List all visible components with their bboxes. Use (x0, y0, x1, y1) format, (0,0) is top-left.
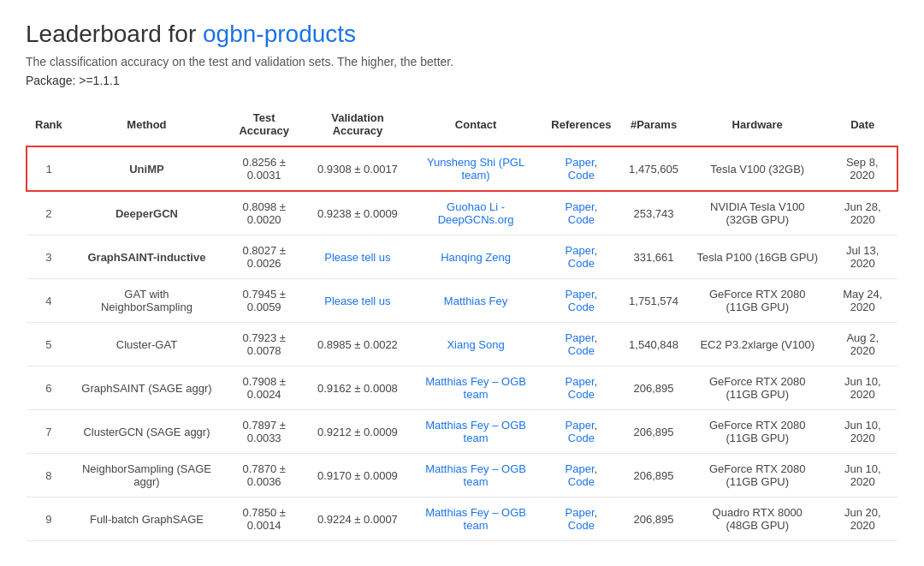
paper-link[interactable]: Paper (566, 288, 595, 301)
validation-accuracy-cell: 0.9238 ± 0.0009 (305, 191, 409, 235)
references-cell: Paper, Code (542, 279, 621, 323)
params-cell: 206,895 (620, 366, 687, 410)
col-method: Method (71, 103, 222, 146)
please-tell-us-link[interactable]: Please tell us (324, 295, 390, 307)
rank-cell: 3 (27, 235, 71, 279)
method-cell: GAT with NeighborSampling (71, 279, 222, 323)
table-row: 7ClusterGCN (SAGE aggr)0.7897 ± 0.00330.… (27, 410, 897, 454)
contact-cell: Matthias Fey – OGB team (410, 366, 542, 410)
table-row: 9Full-batch GraphSAGE0.7850 ± 0.00140.92… (27, 497, 897, 541)
date-cell: Jun 10, 2020 (828, 366, 898, 410)
paper-link[interactable]: Paper (566, 244, 595, 257)
hardware-cell: Quadro RTX 8000 (48GB GPU) (687, 497, 828, 541)
hardware-cell: EC2 P3.2xlarge (V100) (687, 323, 828, 366)
code-link[interactable]: Code (568, 475, 595, 488)
col-validation-accuracy: Validation Accuracy (305, 103, 409, 146)
validation-accuracy-cell: Please tell us (305, 235, 409, 279)
contact-link[interactable]: Hanqing Zeng (441, 251, 511, 264)
contact-link[interactable]: Yunsheng Shi (PGL team) (427, 156, 524, 182)
paper-link[interactable]: Paper (566, 200, 595, 213)
col-references: References (542, 103, 621, 146)
code-link[interactable]: Code (568, 432, 595, 444)
code-link[interactable]: Code (568, 344, 595, 357)
rank-cell: 6 (27, 366, 71, 410)
col-date: Date (828, 103, 898, 146)
validation-accuracy-cell: 0.9162 ± 0.0008 (305, 366, 409, 410)
params-cell: 1,540,848 (620, 323, 687, 366)
contact-cell: Matthias Fey – OGB team (410, 497, 542, 541)
rank-cell: 1 (27, 146, 71, 191)
contact-link[interactable]: Matthias Fey – OGB team (425, 506, 526, 532)
code-link[interactable]: Code (568, 213, 595, 226)
hardware-cell: GeForce RTX 2080 (11GB GPU) (687, 454, 828, 497)
references-cell: Paper, Code (542, 366, 621, 410)
rank-cell: 5 (27, 323, 71, 366)
hardware-cell: GeForce RTX 2080 (11GB GPU) (687, 279, 828, 323)
date-cell: Jun 10, 2020 (828, 410, 898, 454)
method-cell: NeighborSampling (SAGE aggr) (71, 454, 222, 497)
params-cell: 1,751,574 (620, 279, 687, 323)
package-info: Package: >=1.1.1 (26, 74, 898, 87)
dataset-name: ogbn-products (203, 21, 356, 47)
contact-link[interactable]: Matthias Fey – OGB team (425, 462, 526, 488)
date-cell: May 24, 2020 (828, 279, 898, 323)
test-accuracy-cell: 0.7897 ± 0.0033 (222, 410, 305, 454)
code-link[interactable]: Code (568, 301, 595, 313)
paper-link[interactable]: Paper (566, 331, 595, 344)
paper-link[interactable]: Paper (566, 156, 595, 169)
date-cell: Jun 20, 2020 (828, 497, 898, 541)
params-cell: 206,895 (620, 454, 687, 497)
table-row: 6GraphSAINT (SAGE aggr)0.7908 ± 0.00240.… (27, 366, 897, 410)
table-row: 3GraphSAINT-inductive0.8027 ± 0.0026Plea… (27, 235, 897, 279)
method-cell: GraphSAINT-inductive (71, 235, 222, 279)
date-cell: Jul 13, 2020 (828, 235, 898, 279)
rank-cell: 4 (27, 279, 71, 323)
params-cell: 1,475,605 (620, 146, 687, 191)
contact-link[interactable]: Matthias Fey – OGB team (425, 419, 526, 444)
code-link[interactable]: Code (568, 257, 595, 270)
references-cell: Paper, Code (542, 454, 621, 497)
subtitle: The classification accuracy on the test … (26, 55, 898, 69)
references-cell: Paper, Code (542, 146, 621, 191)
date-cell: Sep 8, 2020 (828, 146, 898, 191)
rank-cell: 7 (27, 410, 71, 454)
date-cell: Jun 28, 2020 (828, 191, 898, 235)
params-cell: 253,743 (620, 191, 687, 235)
col-params: #Params (620, 103, 687, 146)
contact-link[interactable]: Matthias Fey – OGB team (425, 375, 526, 401)
contact-link[interactable]: Xiang Song (447, 338, 504, 351)
contact-cell: Matthias Fey – OGB team (410, 454, 542, 497)
table-header: Rank Method Test Accuracy Validation Acc… (27, 103, 897, 146)
test-accuracy-cell: 0.7870 ± 0.0036 (222, 454, 305, 497)
hardware-cell: Tesla P100 (16GB GPU) (687, 235, 828, 279)
contact-cell: Hanqing Zeng (410, 235, 542, 279)
table-row: 2DeeperGCN0.8098 ± 0.00200.9238 ± 0.0009… (27, 191, 897, 235)
hardware-cell: GeForce RTX 2080 (11GB GPU) (687, 366, 828, 410)
contact-link[interactable]: Guohao Li - DeepGCNs.org (438, 200, 514, 226)
test-accuracy-cell: 0.8256 ± 0.0031 (222, 146, 305, 191)
code-link[interactable]: Code (568, 388, 595, 401)
validation-accuracy-cell: 0.9170 ± 0.0009 (305, 454, 409, 497)
references-cell: Paper, Code (542, 497, 621, 541)
paper-link[interactable]: Paper (566, 462, 595, 475)
hardware-cell: NVIDIA Tesla V100 (32GB GPU) (687, 191, 828, 235)
validation-accuracy-cell: 0.9212 ± 0.0009 (305, 410, 409, 454)
contact-cell: Xiang Song (410, 323, 542, 366)
title-prefix: Leaderboard for (26, 21, 203, 47)
contact-link[interactable]: Matthias Fey (444, 295, 507, 307)
references-cell: Paper, Code (542, 235, 621, 279)
paper-link[interactable]: Paper (566, 419, 595, 432)
paper-link[interactable]: Paper (566, 375, 595, 388)
paper-link[interactable]: Paper (566, 506, 595, 519)
please-tell-us-link[interactable]: Please tell us (324, 251, 390, 264)
params-cell: 331,661 (620, 235, 687, 279)
method-cell: ClusterGCN (SAGE aggr) (71, 410, 222, 454)
code-link[interactable]: Code (568, 169, 595, 182)
references-cell: Paper, Code (542, 323, 621, 366)
method-cell: GraphSAINT (SAGE aggr) (71, 366, 222, 410)
contact-cell: Matthias Fey (410, 279, 542, 323)
code-link[interactable]: Code (568, 519, 595, 532)
validation-accuracy-cell: 0.9224 ± 0.0007 (305, 497, 409, 541)
validation-accuracy-cell: 0.8985 ± 0.0022 (305, 323, 409, 366)
page-title: Leaderboard for ogbn-products (26, 21, 898, 48)
